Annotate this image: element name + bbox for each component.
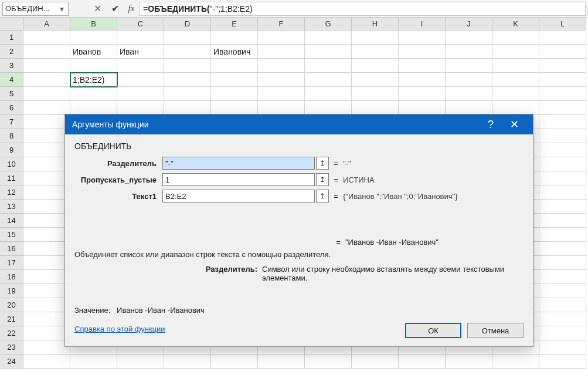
row-header-16[interactable]: 16	[0, 242, 23, 256]
arg-input-0[interactable]: "-"	[162, 157, 315, 170]
cell-F24[interactable]	[258, 355, 305, 369]
cell-L17[interactable]	[539, 256, 586, 270]
cell-B24[interactable]	[70, 355, 117, 369]
cell-E2[interactable]: Иванович	[211, 45, 258, 59]
cell-A24[interactable]	[23, 355, 70, 369]
column-header-G[interactable]: G	[305, 18, 352, 31]
cell-L12[interactable]	[539, 185, 586, 200]
cell-L1[interactable]	[539, 31, 586, 45]
row-header-1[interactable]: 1	[0, 31, 23, 45]
cell-L15[interactable]	[539, 228, 586, 242]
column-header-D[interactable]: D	[164, 18, 211, 31]
cell-L13[interactable]	[539, 200, 586, 214]
formula-input[interactable]: =ОБЪЕДИНИТЬ("-";1;B2:E2)	[139, 2, 586, 16]
arg-input-2[interactable]: B2:E2	[162, 190, 315, 203]
cell-J3[interactable]	[446, 59, 492, 73]
cell-G5[interactable]	[305, 87, 352, 101]
cell-L16[interactable]	[539, 242, 586, 256]
cell-F5[interactable]	[258, 87, 305, 101]
fx-icon[interactable]: fx	[124, 4, 139, 14]
cell-D4[interactable]	[164, 73, 211, 87]
cell-A20[interactable]	[23, 298, 70, 312]
collapse-icon[interactable]: ↥	[316, 157, 329, 170]
dialog-titlebar[interactable]: Аргументы функции ? ✕	[65, 114, 533, 134]
cell-J5[interactable]	[446, 87, 492, 101]
column-header-E[interactable]: E	[211, 18, 258, 31]
column-header-J[interactable]: J	[446, 18, 492, 31]
cell-D1[interactable]	[164, 31, 211, 45]
cell-E4[interactable]	[211, 73, 258, 87]
cell-L2[interactable]	[539, 45, 586, 59]
cell-A13[interactable]	[23, 200, 70, 214]
cell-B4[interactable]: 1;B2:E2)	[70, 73, 117, 87]
row-header-12[interactable]: 12	[0, 185, 23, 200]
collapse-icon[interactable]: ↥	[316, 173, 329, 186]
cell-C24[interactable]	[117, 355, 164, 369]
column-header-L[interactable]: L	[539, 18, 586, 31]
cell-A9[interactable]	[23, 143, 70, 157]
row-header-3[interactable]: 3	[0, 59, 23, 73]
row-header-15[interactable]: 15	[0, 228, 23, 242]
cell-B6[interactable]	[70, 101, 117, 115]
cell-A14[interactable]	[23, 214, 70, 228]
cell-E1[interactable]	[211, 31, 258, 45]
column-header-B[interactable]: B	[70, 18, 117, 31]
cell-D2[interactable]	[164, 45, 211, 59]
column-header-C[interactable]: C	[117, 18, 164, 31]
cell-E3[interactable]	[211, 59, 258, 73]
cell-I24[interactable]	[399, 355, 446, 369]
cell-K1[interactable]	[492, 31, 539, 45]
cell-F3[interactable]	[258, 59, 305, 73]
row-header-11[interactable]: 11	[0, 171, 23, 185]
row-header-4[interactable]: 4	[0, 73, 23, 87]
collapse-icon[interactable]: ↥	[316, 190, 329, 203]
cell-A22[interactable]	[23, 326, 70, 340]
cell-C6[interactable]	[117, 101, 164, 115]
cell-G3[interactable]	[305, 59, 352, 73]
cell-E24[interactable]	[211, 355, 258, 369]
cancel-formula-icon[interactable]: ✕	[89, 1, 106, 17]
row-header-24[interactable]: 24	[0, 355, 23, 369]
column-header-F[interactable]: F	[258, 18, 305, 31]
cell-A4[interactable]	[23, 73, 70, 87]
cell-H2[interactable]	[352, 45, 399, 59]
cell-A2[interactable]	[23, 45, 70, 59]
column-header-A[interactable]: A	[23, 18, 70, 31]
column-header-H[interactable]: H	[352, 18, 399, 31]
row-header-17[interactable]: 17	[0, 256, 23, 270]
cell-A15[interactable]	[23, 228, 70, 242]
cell-A7[interactable]	[23, 115, 70, 129]
cell-L24[interactable]	[539, 355, 586, 369]
column-header-K[interactable]: K	[492, 18, 539, 31]
cell-H5[interactable]	[352, 87, 399, 101]
cell-B5[interactable]	[70, 87, 117, 101]
cell-L23[interactable]	[539, 340, 586, 355]
select-all-corner[interactable]	[0, 18, 23, 31]
cell-C1[interactable]	[117, 31, 164, 45]
cell-A17[interactable]	[23, 256, 70, 270]
cell-H1[interactable]	[352, 31, 399, 45]
cell-J1[interactable]	[446, 31, 492, 45]
cell-B1[interactable]	[70, 31, 117, 45]
cell-I1[interactable]	[399, 31, 446, 45]
cell-D24[interactable]	[164, 355, 211, 369]
cell-F1[interactable]	[258, 31, 305, 45]
cell-I6[interactable]	[399, 101, 446, 115]
cell-H6[interactable]	[352, 101, 399, 115]
cell-H24[interactable]	[352, 355, 399, 369]
row-header-8[interactable]: 8	[0, 129, 23, 143]
arg-input-1[interactable]: 1	[162, 173, 315, 186]
cell-J24[interactable]	[446, 355, 492, 369]
cell-K5[interactable]	[492, 87, 539, 101]
cell-J4[interactable]	[446, 73, 492, 87]
cell-H3[interactable]	[352, 59, 399, 73]
cell-H4[interactable]	[352, 73, 399, 87]
cell-K4[interactable]	[492, 73, 539, 87]
help-link[interactable]: Справка по этой функции	[74, 325, 165, 333]
cell-B2[interactable]: Иванов	[70, 45, 117, 59]
row-header-10[interactable]: 10	[0, 157, 23, 171]
cell-L11[interactable]	[539, 171, 586, 185]
cell-A19[interactable]	[23, 284, 70, 298]
cell-A16[interactable]	[23, 242, 70, 256]
cell-C2[interactable]: Иван	[117, 45, 164, 59]
